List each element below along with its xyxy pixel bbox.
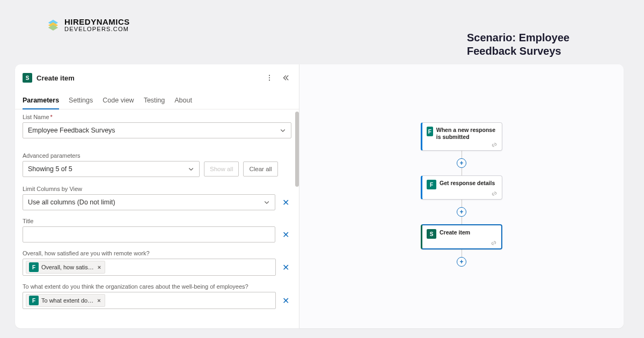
connection-icon: [491, 142, 497, 148]
chevron-down-icon: [264, 199, 270, 205]
tab-codeview[interactable]: Code view: [103, 93, 134, 109]
forms-icon: F: [427, 180, 436, 189]
add-step-button[interactable]: +: [457, 158, 466, 168]
clear-all-button[interactable]: Clear all: [243, 161, 277, 177]
forms-icon: F: [29, 296, 39, 305]
flow-connector: [462, 168, 462, 175]
sharepoint-icon: S: [23, 73, 32, 83]
chevron-down-icon: [280, 127, 286, 134]
flow-node-create-item-title: Create item: [440, 229, 470, 236]
flow-node-get-response[interactable]: F Get response details: [421, 175, 502, 200]
tab-bar: Parameters Settings Code view Testing Ab…: [15, 89, 299, 109]
add-step-button[interactable]: +: [457, 207, 466, 217]
clear-title-button[interactable]: ✕: [280, 229, 291, 240]
tab-settings[interactable]: Settings: [69, 93, 93, 109]
more-menu-button[interactable]: [264, 72, 275, 84]
chevron-down-icon: [188, 166, 194, 172]
brand-logo-icon: [47, 19, 59, 31]
flow-connector: [462, 249, 462, 257]
limit-columns-select[interactable]: Use all columns (Do not limit): [23, 194, 275, 210]
forms-icon: F: [29, 262, 39, 272]
list-name-value: Employee Feedback Surveys: [28, 127, 115, 134]
q1-token-text: Overall, how satis…: [41, 264, 94, 270]
flow-node-trigger[interactable]: F When a new response is submitted: [421, 122, 502, 151]
q1-token-remove[interactable]: ×: [97, 264, 102, 270]
limit-columns-value: Use all columns (Do not limit): [28, 199, 115, 206]
brand-line2: DEVELOPERS.COM: [64, 26, 130, 32]
q2-input[interactable]: F To what extent do… ×: [23, 292, 276, 309]
panel-title: Create item: [36, 74, 259, 82]
forms-icon: F: [427, 127, 433, 136]
advanced-params-value: Showing 5 of 5: [28, 165, 72, 173]
flow-column: F When a new response is submitted + F G…: [421, 122, 502, 267]
panel-body: List Name* Employee Feedback Surveys Adv…: [15, 109, 299, 328]
clear-q1-button[interactable]: ✕: [280, 261, 291, 273]
flow-node-get-response-title: Get response details: [440, 180, 495, 187]
advanced-params-select[interactable]: Showing 5 of 5: [23, 161, 200, 177]
tab-about[interactable]: About: [174, 93, 192, 109]
flow-connector: [462, 217, 462, 224]
tab-testing[interactable]: Testing: [144, 93, 165, 109]
flow-node-create-item[interactable]: S Create item: [421, 224, 502, 249]
q2-token[interactable]: F To what extent do… ×: [26, 294, 105, 307]
title-label: Title: [23, 218, 291, 224]
app-surface: S Create item Parameters Settings Code v…: [15, 64, 624, 328]
q1-label: Overall, how satisfied are you with remo…: [23, 250, 291, 256]
svg-point-4: [269, 77, 270, 78]
connection-icon: [491, 190, 497, 197]
action-config-panel: S Create item Parameters Settings Code v…: [15, 64, 299, 328]
svg-point-5: [269, 79, 270, 80]
collapse-panel-button[interactable]: [280, 72, 291, 84]
panel-header: S Create item: [15, 64, 299, 89]
brand-line1: HIREDYNAMICS: [64, 17, 130, 26]
scenario-title: Scenario: Employee Feedback Surveys: [467, 31, 606, 58]
flow-node-trigger-title: When a new response is submitted: [436, 127, 497, 141]
q1-token[interactable]: F Overall, how satis… ×: [26, 261, 105, 274]
tab-parameters[interactable]: Parameters: [23, 93, 59, 109]
flow-connector: [462, 200, 462, 207]
clear-q2-button[interactable]: ✕: [280, 295, 291, 306]
sharepoint-icon: S: [427, 229, 436, 239]
q2-token-text: To what extent do…: [41, 297, 93, 304]
title-input[interactable]: [23, 226, 275, 243]
q2-token-remove[interactable]: ×: [96, 297, 101, 304]
advanced-params-label: Advanced parameters: [23, 152, 291, 159]
svg-point-3: [269, 75, 270, 76]
list-name-select[interactable]: Employee Feedback Surveys: [23, 122, 291, 138]
show-all-button[interactable]: Show all: [204, 161, 239, 177]
q2-label: To what extent do you think the organiza…: [23, 283, 291, 290]
add-step-button[interactable]: +: [457, 257, 466, 267]
list-name-label: List Name*: [23, 114, 291, 120]
flow-canvas[interactable]: F When a new response is submitted + F G…: [299, 64, 624, 328]
scrollbar-thumb[interactable]: [295, 112, 299, 187]
clear-limit-button[interactable]: ✕: [280, 196, 291, 208]
brand: HIREDYNAMICS DEVELOPERS.COM: [47, 17, 629, 32]
flow-connector: [462, 151, 462, 158]
q1-input[interactable]: F Overall, how satis… ×: [23, 259, 276, 276]
required-marker: *: [50, 114, 53, 120]
connection-icon: [491, 240, 497, 246]
limit-columns-label: Limit Columns by View: [23, 186, 291, 192]
